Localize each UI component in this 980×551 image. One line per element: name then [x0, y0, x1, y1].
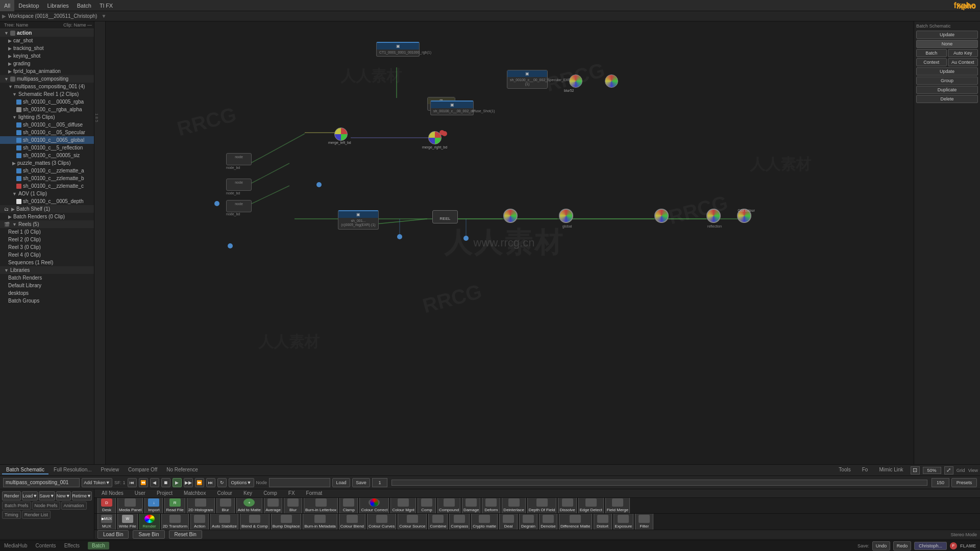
load-btn[interactable]: Load [332, 478, 350, 487]
end-frame[interactable]: 150 [932, 478, 949, 487]
right-btn-duplicate[interactable]: Duplicate [916, 86, 978, 94]
right-btn-delete[interactable]: Delete [916, 95, 978, 103]
palette-tab-matchbox[interactable]: Matchbox [180, 489, 210, 497]
sidebar-item-puzzle-mattes[interactable]: ▶ puzzle_mattes (3 Clips) [0, 159, 94, 167]
node-clamp[interactable]: Clamp [339, 498, 358, 514]
zoom-input[interactable] [923, 467, 941, 474]
palette-tab-user[interactable]: User [131, 489, 150, 497]
node-combine[interactable]: Combine [428, 514, 448, 530]
options-btn[interactable]: Options▼ [229, 478, 254, 487]
node-render[interactable]: Render [139, 514, 160, 530]
node-blend-comp[interactable]: Blend & Comp [240, 514, 270, 530]
node-dissolve[interactable]: Dissolve [558, 498, 576, 514]
node-filter[interactable]: Filter [635, 514, 653, 530]
tab-preview[interactable]: Preview [97, 466, 124, 474]
menu-desktop[interactable]: Desktop [14, 0, 43, 11]
node-blur2[interactable]: Blur [284, 498, 302, 514]
node-top-right[interactable] [605, 74, 618, 88]
node-specular[interactable]: ▣ sh_00100_c__00_002_Specular_EXR (1) [507, 70, 548, 89]
node-blur1[interactable]: Blur [216, 498, 235, 514]
animation-btn[interactable]: Animation [61, 502, 87, 510]
node-ct1[interactable]: ▣ CT1_0001_0001_001000_rgb(1) [376, 42, 420, 57]
tab-fo[interactable]: Fo [858, 466, 872, 474]
right-btn-update[interactable]: Update [916, 31, 978, 39]
sidebar-item-libraries[interactable]: ▼ Libraries [0, 266, 94, 274]
menu-batch[interactable]: Batch [73, 0, 95, 11]
node-circle-2[interactable] [654, 209, 669, 223]
sidebar-item-reel4[interactable]: Reel 4 (0 Clip) [0, 251, 94, 259]
node-deform[interactable]: Deform [482, 498, 500, 514]
sidebar-item-multipass[interactable]: ▼ multipass_compositing [0, 75, 94, 83]
sidebar-item-car-shot[interactable]: ▶ car_shot [0, 37, 94, 44]
node-depth-of-field[interactable]: Depth Of Field [527, 498, 557, 514]
pb-prev-frame[interactable]: ⏪ [139, 478, 148, 487]
sidebar-item-tracking-shot[interactable]: ▶ tracking_shot [0, 44, 94, 52]
node-merge-right[interactable] [428, 131, 442, 144]
sidebar-item-depth[interactable]: sh_00100_c__0005_depth [0, 197, 94, 205]
menu-all[interactable]: All [0, 0, 14, 11]
node-read-file[interactable]: R Read File [164, 498, 185, 514]
flame-icon[interactable]: F [950, 542, 957, 549]
load-ctrl-btn[interactable]: Load▼ [22, 491, 38, 500]
sidebar-item-default-library[interactable]: Default Library [0, 282, 94, 289]
tab-full-resolution[interactable]: Full Resolution... [50, 466, 95, 474]
status-contents[interactable]: Contents [36, 543, 56, 548]
render-btn[interactable]: Render [2, 491, 21, 500]
frame-number[interactable]: 1 [372, 478, 387, 487]
sidebar-item-lighting[interactable]: ▼ lighting (5 Clips) [0, 113, 94, 121]
node-name-input[interactable] [269, 478, 330, 487]
node-compound[interactable]: Compound [437, 498, 460, 514]
node-auto-stabilize[interactable]: Auto Stabilize [210, 514, 238, 530]
node-edge-detect[interactable]: Edge Detect [578, 498, 604, 514]
tab-no-reference[interactable]: No Reference [162, 466, 202, 474]
right-btn-autokey[interactable]: Auto Key [948, 49, 978, 57]
palette-tab-all[interactable]: All Nodes [97, 489, 128, 497]
sidebar-item-batch-groups[interactable]: Batch Groups [0, 297, 94, 305]
save-btn[interactable]: Save [352, 478, 370, 487]
node-colour-correct[interactable]: Colour Correct [359, 498, 389, 514]
node-small-left3[interactable]: node [226, 200, 252, 212]
node-burn-letterbox[interactable]: Burn-in Letterbox [304, 498, 338, 514]
add-token-btn[interactable]: Add Token▼ [82, 478, 112, 487]
sidebar-item-grading[interactable]: ▶ grading [0, 60, 94, 67]
sidebar-item-desktops[interactable]: desktops [0, 289, 94, 297]
sidebar-item-reflection[interactable]: sh_00100_c__5_reflection [0, 144, 94, 152]
right-btn-update2[interactable]: Update [916, 67, 978, 76]
load-bin-btn[interactable]: Load Bin [97, 530, 129, 539]
workspace-dropdown[interactable]: ▼ [101, 13, 106, 19]
node-reel[interactable]: REEL [432, 210, 458, 223]
node-colour-mgnt[interactable]: Colour Mgnt [390, 498, 416, 514]
node-deal[interactable]: Deal [499, 514, 518, 530]
right-btn-none[interactable]: None [916, 40, 978, 48]
node-damage[interactable]: Damage [462, 498, 480, 514]
undo-btn[interactable]: Undo [872, 541, 890, 550]
palette-tab-project[interactable]: Project [153, 489, 177, 497]
node-action[interactable]: Action [190, 514, 209, 530]
node-2d-transform[interactable]: 2D Transform [161, 514, 189, 530]
sidebar-item-reel2[interactable]: Reel 2 (0 Clip) [0, 236, 94, 243]
node-add-matte[interactable]: + Add to Matte [236, 498, 262, 514]
pb-next[interactable]: ▶▶ [184, 478, 193, 487]
node-average[interactable]: Average [264, 498, 282, 514]
sidebar-item-batch-renders[interactable]: ▶ Batch Renders (0 Clip) [0, 213, 94, 220]
node-small-left2[interactable]: node [226, 179, 252, 191]
sidebar-item-matte-b[interactable]: sh_00100_c__zzlematte_b [0, 174, 94, 182]
node-write-file[interactable]: W Write File [117, 514, 138, 530]
sidebar-item-diffuse[interactable]: sh_00100_c__005_diffuse [0, 121, 94, 129]
redo-btn[interactable]: Redo [893, 541, 911, 550]
node-mux[interactable]: ▶MUX MUX [97, 514, 116, 530]
node-deinterlace[interactable]: Deinterlace [502, 498, 525, 514]
node-difference-matte[interactable]: Difference Matte [559, 514, 592, 530]
node-compass[interactable]: Compass [449, 514, 470, 530]
node-graph[interactable]: 人人素材 RRCG RRCG RRCG RRCG 人人素材 人人素材 人人素材 … [94, 21, 914, 464]
sidebar-item-matte-a[interactable]: sh_00100_c__zzlematte_a [0, 167, 94, 174]
node-exposure[interactable]: Exposure [614, 514, 634, 530]
pb-next-frame[interactable]: ⏩ [195, 478, 204, 487]
save-bin-btn[interactable]: Save Bin [133, 530, 164, 539]
node-sh-reader-middle[interactable]: ▣ sh_00100_c__00_002_diffuse_Shot(1) [430, 101, 474, 115]
render-list-btn[interactable]: Render List [22, 511, 51, 519]
node-colour-source[interactable]: Colour Source [398, 514, 427, 530]
new-ctrl-btn[interactable]: New▼ [56, 491, 71, 500]
sidebar-item-rgba[interactable]: sh_00100_c__00005_rgba [0, 98, 94, 106]
sidebar-item-lib-batch-renders[interactable]: Batch Renders [0, 274, 94, 282]
